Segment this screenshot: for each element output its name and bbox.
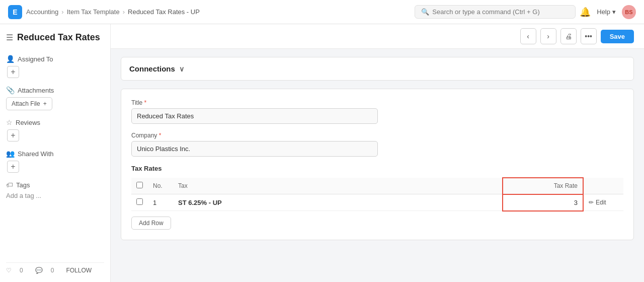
edit-icon: ✏ bbox=[589, 199, 594, 206]
more-icon: ••• bbox=[585, 32, 592, 40]
attachments-section: 📎 Attachments Attach File + bbox=[6, 86, 104, 110]
bell-icon[interactable]: 🔔 bbox=[580, 7, 591, 18]
shared-with-label: Shared With bbox=[18, 150, 54, 158]
shared-with-section: 👥 Shared With + bbox=[6, 150, 104, 173]
assigned-to-add-button[interactable]: + bbox=[7, 66, 19, 78]
tax-rates-section-title: Tax Rates bbox=[131, 165, 623, 172]
form-container: Connections ∨ Title * Company * bbox=[111, 49, 644, 248]
title-label: Title * bbox=[131, 99, 623, 106]
page-footer: ♡ 0 💬 0 FOLLOW bbox=[6, 262, 104, 274]
title-input[interactable] bbox=[131, 108, 378, 124]
title-required: * bbox=[144, 99, 147, 106]
breadcrumb-current: Reduced Tax Rates - UP bbox=[128, 8, 200, 16]
row-checkbox[interactable] bbox=[136, 198, 143, 205]
topbar: E Accounting › Item Tax Template › Reduc… bbox=[0, 0, 644, 24]
help-chevron-icon: ▾ bbox=[612, 8, 616, 16]
header-no: No. bbox=[148, 178, 173, 194]
more-button[interactable]: ••• bbox=[581, 28, 597, 44]
like-icon[interactable]: ♡ bbox=[6, 267, 12, 274]
star-icon: ☆ bbox=[6, 118, 13, 126]
content-area: ‹ › 🖨 ••• Save Connections ∨ bbox=[111, 24, 644, 282]
select-all-checkbox[interactable] bbox=[136, 182, 143, 188]
connections-title: Connections bbox=[129, 64, 175, 73]
avatar[interactable]: BS bbox=[622, 5, 636, 19]
header-tax: Tax bbox=[173, 178, 503, 194]
app-icon[interactable]: E bbox=[8, 5, 22, 19]
like-count: 0 bbox=[20, 267, 23, 274]
person-icon: 👤 bbox=[6, 55, 15, 63]
tags-label-row: 🏷 Tags bbox=[6, 181, 104, 189]
connections-card: Connections ∨ bbox=[121, 57, 634, 81]
row-checkbox-cell bbox=[131, 194, 148, 211]
page-title: Reduced Tax Rates bbox=[17, 32, 100, 43]
attach-file-label: Attach File bbox=[12, 100, 40, 107]
company-group: Company * bbox=[131, 132, 623, 157]
shared-with-label-row: 👥 Shared With bbox=[6, 150, 104, 158]
company-input[interactable] bbox=[131, 141, 378, 157]
assigned-to-label: Assigned To bbox=[18, 55, 53, 63]
hamburger-icon[interactable]: ☰ bbox=[6, 33, 13, 42]
topbar-actions: 🔔 Help ▾ BS bbox=[580, 5, 636, 19]
company-required: * bbox=[159, 132, 162, 139]
help-label: Help bbox=[597, 8, 610, 16]
page-title-row: ☰ Reduced Tax Rates bbox=[6, 32, 104, 47]
next-button[interactable]: › bbox=[540, 28, 556, 44]
add-tag-button[interactable]: Add a tag ... bbox=[6, 192, 104, 199]
row-no: 1 bbox=[148, 194, 173, 211]
row-tax: ST 6.25% - UP bbox=[173, 194, 503, 211]
add-row-button[interactable]: Add Row bbox=[131, 217, 171, 230]
toolbar: ‹ › 🖨 ••• Save bbox=[111, 24, 644, 49]
reviews-label-row: ☆ Reviews bbox=[6, 118, 104, 126]
comment-count: 0 bbox=[51, 267, 54, 274]
assigned-to-label-row: 👤 Assigned To bbox=[6, 55, 104, 63]
connections-chevron-icon: ∨ bbox=[179, 65, 184, 73]
breadcrumb-sep1: › bbox=[61, 8, 63, 16]
form-card: Title * Company * Tax Rates bbox=[121, 89, 634, 240]
comment-icon[interactable]: 💬 bbox=[35, 267, 43, 274]
follow-button[interactable]: FOLLOW bbox=[66, 267, 92, 274]
breadcrumb-item-tax[interactable]: Item Tax Template bbox=[67, 8, 120, 16]
attachments-label-row: 📎 Attachments bbox=[6, 86, 104, 94]
breadcrumb-sep2: › bbox=[123, 8, 125, 16]
print-icon: 🖨 bbox=[565, 32, 572, 40]
row-tax-rate: 3 bbox=[503, 194, 583, 211]
attachment-icon: 📎 bbox=[6, 86, 15, 94]
reviews-section: ☆ Reviews + bbox=[6, 118, 104, 142]
table-row: 1 ST 6.25% - UP 3 ✏ Edit bbox=[131, 194, 623, 211]
search-input[interactable] bbox=[432, 8, 569, 16]
help-button[interactable]: Help ▾ bbox=[597, 8, 616, 16]
title-group: Title * bbox=[131, 99, 623, 124]
attach-file-button[interactable]: Attach File + bbox=[6, 97, 52, 110]
tax-rates-table: No. Tax Tax Rate 1 bbox=[131, 177, 623, 212]
tags-label: Tags bbox=[16, 181, 30, 189]
header-actions bbox=[583, 178, 623, 194]
assigned-to-section: 👤 Assigned To + bbox=[6, 55, 104, 78]
share-icon: 👥 bbox=[6, 150, 15, 158]
search-icon: 🔍 bbox=[421, 8, 429, 16]
reviews-add-button[interactable]: + bbox=[7, 129, 19, 142]
main-layout: ☰ Reduced Tax Rates 👤 Assigned To + 📎 At… bbox=[0, 24, 644, 282]
shared-with-add-button[interactable]: + bbox=[7, 161, 19, 173]
connections-header[interactable]: Connections ∨ bbox=[121, 57, 633, 80]
attach-file-plus-icon: + bbox=[43, 100, 47, 107]
print-button[interactable]: 🖨 bbox=[560, 28, 577, 44]
tag-icon: 🏷 bbox=[6, 181, 13, 189]
reviews-label: Reviews bbox=[16, 119, 40, 126]
prev-button[interactable]: ‹ bbox=[520, 28, 536, 44]
company-label: Company * bbox=[131, 132, 623, 139]
header-tax-rate: Tax Rate bbox=[503, 178, 583, 194]
breadcrumb-app[interactable]: Accounting bbox=[26, 8, 58, 16]
sidebar: ☰ Reduced Tax Rates 👤 Assigned To + 📎 At… bbox=[0, 24, 111, 282]
search-bar[interactable]: 🔍 bbox=[415, 5, 576, 19]
edit-button[interactable]: ✏ Edit bbox=[589, 199, 618, 206]
tags-section: 🏷 Tags Add a tag ... bbox=[6, 181, 104, 199]
header-checkbox-cell bbox=[131, 178, 148, 194]
breadcrumb: Accounting › Item Tax Template › Reduced… bbox=[26, 8, 411, 16]
row-actions: ✏ Edit bbox=[583, 194, 623, 211]
attachments-label: Attachments bbox=[18, 87, 54, 94]
save-button[interactable]: Save bbox=[601, 30, 634, 43]
